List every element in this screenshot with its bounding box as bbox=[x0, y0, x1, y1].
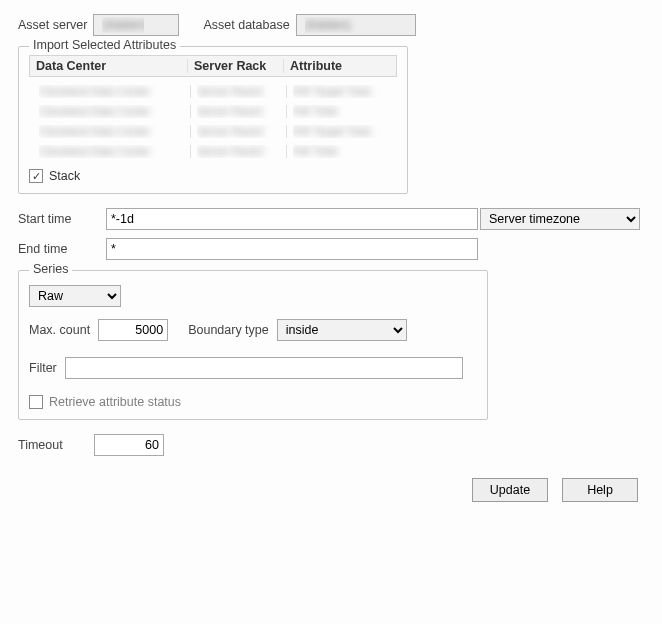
import-column-headers: Data Center Server Rack Attribute bbox=[29, 55, 397, 77]
stack-label: Stack bbox=[49, 169, 80, 183]
filter-input[interactable] bbox=[65, 357, 463, 379]
end-time-label: End time bbox=[18, 242, 100, 256]
stack-checkbox[interactable]: ✓ bbox=[29, 169, 43, 183]
start-time-label: Start time bbox=[18, 212, 100, 226]
col-header-attribute: Attribute bbox=[284, 59, 396, 73]
boundary-type-select[interactable]: inside bbox=[277, 319, 407, 341]
table-row[interactable]: Cleveland Data CenterServer Rack1KW Targ… bbox=[33, 81, 393, 101]
timeout-label: Timeout bbox=[18, 438, 88, 452]
max-count-input[interactable] bbox=[98, 319, 168, 341]
col-header-data-center: Data Center bbox=[30, 59, 188, 73]
end-time-input[interactable] bbox=[106, 238, 478, 260]
series-legend: Series bbox=[29, 262, 72, 276]
table-row[interactable]: Cleveland Data CenterServer Rack2KW Tota… bbox=[33, 141, 393, 161]
retrieve-status-label: Retrieve attribute status bbox=[49, 395, 181, 409]
table-row[interactable]: Cleveland Data CenterServer Rack2KW Targ… bbox=[33, 121, 393, 141]
asset-server-label: Asset server bbox=[18, 18, 87, 32]
series-fieldset: Series Raw Max. count Boundary type insi… bbox=[18, 270, 488, 420]
help-button[interactable]: Help bbox=[562, 478, 638, 502]
max-count-label: Max. count bbox=[29, 323, 90, 337]
retrieve-status-checkbox[interactable] bbox=[29, 395, 43, 409]
asset-database-label: Asset database bbox=[203, 18, 289, 32]
import-fieldset: Import Selected Attributes Data Center S… bbox=[18, 46, 408, 194]
import-legend: Import Selected Attributes bbox=[29, 38, 180, 52]
col-header-server-rack: Server Rack bbox=[188, 59, 284, 73]
timezone-select[interactable]: Server timezone bbox=[480, 208, 640, 230]
series-mode-select[interactable]: Raw bbox=[29, 285, 121, 307]
timeout-input[interactable] bbox=[94, 434, 164, 456]
boundary-type-label: Boundary type bbox=[188, 323, 269, 337]
start-time-input[interactable] bbox=[106, 208, 478, 230]
import-rows: Cleveland Data CenterServer Rack1KW Targ… bbox=[29, 77, 397, 165]
asset-database-select[interactable]: (hidden) bbox=[296, 14, 416, 36]
asset-server-select[interactable]: (hidden) bbox=[93, 14, 179, 36]
filter-label: Filter bbox=[29, 361, 57, 375]
update-button[interactable]: Update bbox=[472, 478, 548, 502]
table-row[interactable]: Cleveland Data CenterServer Rack1KW Tota… bbox=[33, 101, 393, 121]
